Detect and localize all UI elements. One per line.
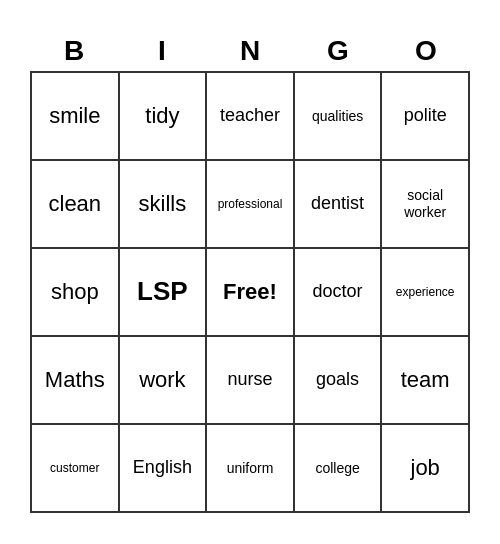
cell-text-20: customer [50,461,99,475]
bingo-cell-1: tidy [120,73,208,161]
cell-text-5: clean [49,191,102,217]
cell-text-10: shop [51,279,99,305]
bingo-cell-20: customer [32,425,120,513]
header-letter-N: N [206,31,294,71]
cell-text-1: tidy [145,103,179,129]
cell-text-0: smile [49,103,100,129]
bingo-cell-7: professional [207,161,295,249]
cell-text-18: goals [316,369,359,391]
bingo-cell-2: teacher [207,73,295,161]
header-letter-G: G [294,31,382,71]
bingo-cell-11: LSP [120,249,208,337]
bingo-cell-18: goals [295,337,383,425]
bingo-cell-6: skills [120,161,208,249]
header-letter-O: O [382,31,470,71]
bingo-cell-21: English [120,425,208,513]
bingo-cell-12: Free! [207,249,295,337]
cell-text-7: professional [218,197,283,211]
bingo-cell-10: shop [32,249,120,337]
cell-text-3: qualities [312,108,363,125]
cell-text-24: job [411,455,440,481]
bingo-cell-15: Maths [32,337,120,425]
cell-text-15: Maths [45,367,105,393]
bingo-header: BINGO [30,31,470,71]
cell-text-17: nurse [227,369,272,391]
bingo-cell-17: nurse [207,337,295,425]
cell-text-6: skills [139,191,187,217]
bingo-cell-0: smile [32,73,120,161]
bingo-cell-23: college [295,425,383,513]
bingo-cell-22: uniform [207,425,295,513]
bingo-cell-13: doctor [295,249,383,337]
bingo-cell-3: qualities [295,73,383,161]
bingo-cell-16: work [120,337,208,425]
bingo-card: BINGO smiletidyteacherqualitiespolitecle… [10,15,490,529]
cell-text-8: dentist [311,193,364,215]
bingo-cell-4: polite [382,73,470,161]
bingo-cell-24: job [382,425,470,513]
cell-text-11: LSP [137,276,188,307]
cell-text-12: Free! [223,279,277,305]
cell-text-14: experience [396,285,455,299]
bingo-cell-8: dentist [295,161,383,249]
cell-text-22: uniform [227,460,274,477]
bingo-cell-5: clean [32,161,120,249]
bingo-cell-9: social worker [382,161,470,249]
cell-text-23: college [315,460,359,477]
cell-text-16: work [139,367,185,393]
header-letter-B: B [30,31,118,71]
cell-text-19: team [401,367,450,393]
cell-text-21: English [133,457,192,479]
cell-text-2: teacher [220,105,280,127]
header-letter-I: I [118,31,206,71]
cell-text-9: social worker [386,187,464,221]
cell-text-13: doctor [313,281,363,303]
bingo-grid: smiletidyteacherqualitiespolitecleanskil… [30,71,470,513]
cell-text-4: polite [404,105,447,127]
bingo-cell-19: team [382,337,470,425]
bingo-cell-14: experience [382,249,470,337]
